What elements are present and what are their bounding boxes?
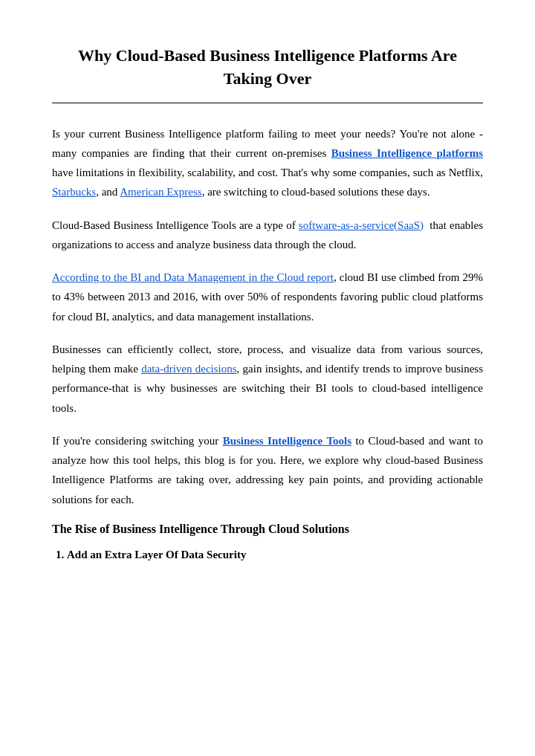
link-bi-report[interactable]: According to the BI and Data Management … [52, 271, 334, 283]
title-divider [52, 103, 483, 103]
link-starbucks[interactable]: Starbucks [52, 186, 96, 198]
section-heading: The Rise of Business Intelligence Throug… [52, 523, 483, 536]
paragraph-2: Cloud-Based Business Intelligence Tools … [52, 216, 483, 255]
paragraph-4: Businesses can efficiently collect, stor… [52, 340, 483, 418]
p1-text-4: , are switching to cloud-based solutions… [202, 186, 430, 198]
list-item-1: Add an Extra Layer Of Data Security [67, 545, 483, 564]
link-bi-platforms[interactable]: Business Intelligence platforms [331, 147, 483, 159]
link-bi-tools[interactable]: Business Intelligence Tools [223, 435, 351, 447]
paragraph-3: According to the BI and Data Management … [52, 268, 483, 326]
page-container: Why Cloud-Based Business Intelligence Pl… [22, 0, 513, 594]
article-title: Why Cloud-Based Business Intelligence Pl… [52, 45, 483, 91]
p2-text-1: Cloud-Based Business Intelligence Tools … [52, 219, 299, 231]
section-list: Add an Extra Layer Of Data Security [67, 545, 483, 564]
link-american-express[interactable]: American Express [120, 186, 201, 198]
paragraph-5: If you're considering switching your Bus… [52, 431, 483, 509]
p5-text-1: If you're considering switching your [52, 435, 223, 447]
paragraph-1: Is your current Business Intelligence pl… [52, 124, 483, 202]
link-saas[interactable]: software-as-a-service(SaaS) [299, 219, 424, 231]
p1-text-2: have limitations in flexibility, scalabi… [52, 167, 483, 178]
link-data-driven[interactable]: data-driven decisions [141, 363, 236, 375]
p1-text-3: , and [96, 186, 120, 198]
